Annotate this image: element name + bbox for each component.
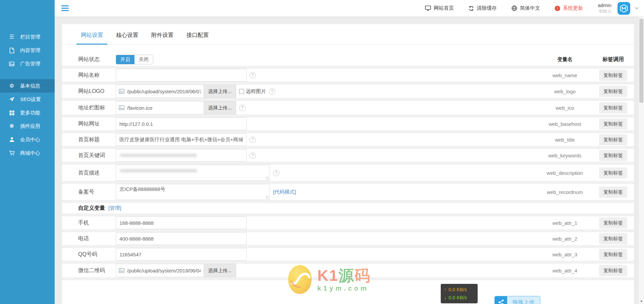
copy-tag-button[interactable]: 复制标签 <box>599 102 627 113</box>
settings-form: 网站状态 开启 关闭 变量名 标签调用 网站名称 ? <box>62 45 634 280</box>
resize-handle-icon[interactable] <box>266 196 269 199</box>
help-icon[interactable]: ? <box>239 105 246 111</box>
copy-tag-button[interactable]: 复制标签 <box>599 150 627 161</box>
copy-tag-button[interactable]: 复制标签 <box>599 265 627 276</box>
scrollbar-down-arrow[interactable]: ▼ <box>639 300 644 303</box>
record-number-textarea[interactable] <box>116 184 270 200</box>
redacted-text <box>120 154 197 157</box>
tab-api-config[interactable]: 接口配置 <box>182 32 213 44</box>
sidebar-item-plugins[interactable]: ☸ 插件应用 <box>0 119 55 133</box>
copy-tag-button[interactable]: 复制标签 <box>599 187 627 198</box>
image-icon <box>8 61 15 66</box>
topbar-clear-cache-link[interactable]: 清除缓存 <box>469 5 497 11</box>
tab-attachment-settings[interactable]: 附件设置 <box>147 32 178 44</box>
variable-name: web_title <box>541 137 588 143</box>
help-icon[interactable]: ? <box>269 88 275 95</box>
sidebar-group-gap <box>0 70 55 79</box>
topbar-language-link[interactable]: 简体中文 <box>512 5 540 11</box>
remote-image-checkbox-wrap: 远程图片 <box>239 88 266 95</box>
remote-image-checkbox[interactable] <box>239 89 244 94</box>
field-label: 首页描述 <box>78 169 116 176</box>
user-name: admin <box>598 2 611 9</box>
form-row-record-number: 备案号 [代码模式] web_recordnum 复制标签 <box>62 184 634 203</box>
image-icon <box>119 105 124 110</box>
phone-input[interactable] <box>116 232 247 245</box>
home-description-textarea[interactable] <box>116 165 270 181</box>
field-label: QQ号码 <box>78 251 116 258</box>
sidebar-item-more[interactable]: 更多功能 <box>0 106 55 119</box>
copy-tag-button[interactable]: 复制标签 <box>599 249 627 260</box>
sidebar-item-columns[interactable]: ☰ 栏目管理 <box>0 30 55 44</box>
tab-site-settings[interactable]: 网站设置 <box>76 32 107 44</box>
status-on-button[interactable]: 开启 <box>116 55 135 64</box>
upload-button[interactable]: 选择上传... <box>204 264 236 277</box>
form-row-mobile: 手机 web_attr_1 复制标签 <box>62 216 634 232</box>
settings-card: 网站设置 核心设置 附件设置 接口配置 网站状态 开启 关闭 变量名 标签调用 <box>62 24 634 304</box>
user-menu[interactable]: admin 创始人 <box>598 2 611 14</box>
topbar: 网站首页 清除缓存 简体中文 ! 系统更新 admin 创始人 <box>55 0 644 17</box>
copy-tag-button[interactable]: 复制标签 <box>599 167 627 179</box>
site-logo-input[interactable] <box>116 85 204 98</box>
copy-tag-button[interactable]: 复制标签 <box>599 86 627 97</box>
field-label: 首页标题 <box>78 136 116 143</box>
sidebar-item-mall[interactable]: 商城中心 <box>0 146 55 160</box>
variable-name: web_ico <box>541 105 588 111</box>
field-label: 网站状态 <box>78 56 116 63</box>
copy-tag-button[interactable]: 复制标签 <box>599 217 627 229</box>
sidebar-item-seo[interactable]: SEO设置 <box>0 93 55 106</box>
qq-input[interactable] <box>116 248 247 261</box>
sidebar-item-content[interactable]: 内容管理 <box>0 44 55 57</box>
topbar-home-link[interactable]: 网站首页 <box>425 5 454 11</box>
field-label: 地址栏图标 <box>78 104 116 111</box>
site-name-input[interactable] <box>116 69 247 82</box>
sidebar-item-label: 会员中心 <box>20 137 40 143</box>
sidebar-item-members[interactable]: 会员中心 <box>0 133 55 146</box>
avatar[interactable] <box>618 2 630 15</box>
resize-handle-icon[interactable] <box>266 177 269 180</box>
help-icon[interactable]: ? <box>250 152 256 159</box>
base-url-input[interactable] <box>116 117 247 130</box>
copy-tag-button[interactable]: 复制标签 <box>599 118 627 130</box>
upload-button[interactable]: 选择上传... <box>204 85 236 98</box>
topbar-system-update-link[interactable]: ! 系统更新 <box>555 5 583 11</box>
variable-name: web_logo <box>541 89 588 94</box>
variable-name: web_attr_1 <box>541 220 588 226</box>
code-mode-link[interactable]: [代码模式] <box>273 189 296 195</box>
mobile-input[interactable] <box>116 216 247 229</box>
field-label: 手机 <box>78 219 116 226</box>
vertical-scrollbar[interactable]: ▼ <box>638 17 644 304</box>
scrollbar-thumb[interactable] <box>639 19 643 103</box>
tab-core-settings[interactable]: 核心设置 <box>112 32 143 44</box>
variable-name: web_attr_3 <box>541 252 588 257</box>
refresh-icon <box>469 6 474 11</box>
site-status-toggle: 开启 关闭 <box>116 55 153 64</box>
copy-tag-button[interactable]: 复制标签 <box>599 134 627 145</box>
sidebar-item-ads[interactable]: 广告管理 <box>0 57 55 70</box>
field-label: 备案号 <box>78 189 116 196</box>
help-icon[interactable]: ? <box>250 72 256 79</box>
wechat-qr-input[interactable] <box>116 264 204 277</box>
copy-tag-button[interactable]: 复制标签 <box>599 233 627 244</box>
help-icon[interactable]: ? <box>273 170 279 176</box>
help-icon[interactable]: ? <box>250 137 256 143</box>
sidebar-item-basic-info[interactable]: ⚙ 基本信息 <box>0 79 55 93</box>
status-off-button[interactable]: 关闭 <box>135 55 153 64</box>
form-row-phone: 电话 web_attr_2 复制标签 <box>62 232 634 248</box>
field-label: 电话 <box>78 235 116 242</box>
globe-icon <box>512 5 517 11</box>
favicon-input[interactable] <box>116 101 204 114</box>
copy-tag-button[interactable]: 复制标签 <box>599 70 627 81</box>
alert-icon: ! <box>555 6 560 11</box>
drag-upload-button[interactable]: 拖拽上传 <box>494 296 540 304</box>
home-title-input[interactable] <box>116 133 247 146</box>
column-header-variable: 变量名 <box>541 56 588 63</box>
user-icon <box>8 137 15 142</box>
redacted-text <box>120 169 197 172</box>
upload-button[interactable]: 选择上传... <box>204 101 236 114</box>
arrow-down-icon: ↓ <box>444 294 446 302</box>
manage-link[interactable]: [管理] <box>108 205 121 211</box>
download-speed: ↓ 0.0 KB/s <box>444 294 474 302</box>
form-row-site-logo: 网站LOGO 选择上传... 远程图片 ? <box>62 85 634 101</box>
sidebar-toggle-button[interactable] <box>61 4 69 12</box>
chevron-down-icon[interactable] <box>635 7 639 9</box>
